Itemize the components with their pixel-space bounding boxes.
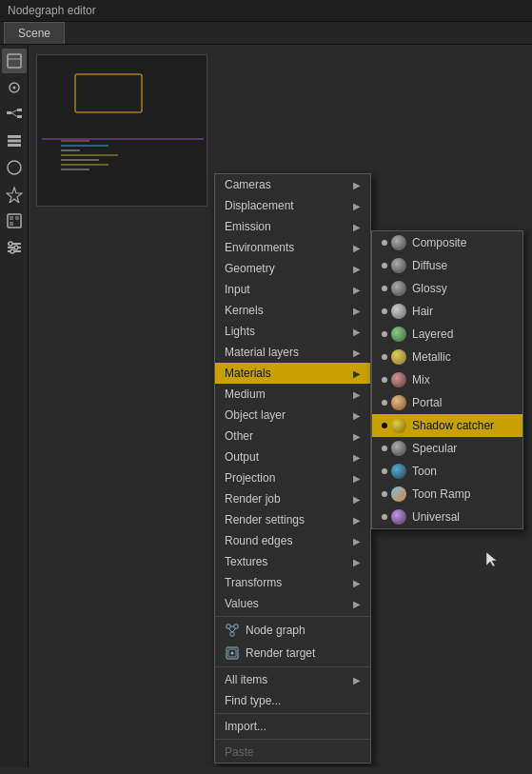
svg-line-39	[228, 628, 232, 632]
sphere-material-icon	[391, 349, 406, 365]
menu-item-emission[interactable]: Emission▶	[215, 216, 370, 237]
menu-item-import...[interactable]: Import...	[215, 716, 370, 737]
toolbar-sphere-icon[interactable]	[2, 155, 27, 180]
tab-scene[interactable]: Scene	[4, 22, 65, 44]
bullet-icon	[382, 354, 387, 360]
submenu-item-hair[interactable]: Hair	[372, 300, 522, 323]
menu-item-projection[interactable]: Projection▶	[215, 467, 370, 488]
submenu-arrow-icon: ▶	[353, 180, 361, 190]
menu-item-label: Node graph	[246, 624, 361, 637]
svg-point-23	[10, 249, 14, 253]
svg-point-3	[12, 87, 15, 89]
submenu-item-toon-ramp[interactable]: Toon Ramp	[372, 483, 522, 506]
node-thumbnail	[36, 54, 207, 207]
menu-item-render-settings[interactable]: Render settings▶	[215, 509, 370, 530]
svg-marker-13	[7, 188, 22, 203]
menu-item-values[interactable]: Values▶	[215, 593, 370, 614]
submenu-item-label: Diffuse	[412, 259, 447, 272]
submenu-item-label: Layered	[412, 327, 453, 341]
svg-rect-5	[17, 109, 22, 111]
menu-item-displacement[interactable]: Displacement▶	[215, 195, 370, 216]
menu-item-lights[interactable]: Lights▶	[215, 321, 370, 342]
svg-line-8	[11, 113, 17, 117]
svg-rect-17	[10, 222, 13, 226]
menu-item-label: Emission	[225, 220, 353, 233]
menu-item-label: Transforms	[225, 576, 353, 589]
svg-rect-34	[227, 625, 230, 628]
menu-item-paste[interactable]: Paste	[215, 742, 370, 763]
menu-item-render-target[interactable]: Render target	[215, 642, 370, 665]
toolbar-layers-icon[interactable]	[2, 129, 27, 153]
bullet-icon	[382, 308, 387, 314]
tab-bar: Scene	[0, 22, 532, 45]
submenu-arrow-icon: ▶	[353, 243, 361, 253]
menu-divider-29	[215, 739, 370, 740]
toolbar-light-icon[interactable]	[2, 182, 27, 207]
toolbar-render-icon[interactable]	[2, 208, 27, 233]
menu-item-find-type...[interactable]: Find type...	[215, 690, 370, 711]
toolbar-grid-icon[interactable]	[2, 75, 27, 100]
menu-divider-21	[215, 616, 370, 617]
menu-item-materials[interactable]: Materials▶	[215, 363, 370, 384]
menu-item-medium[interactable]: Medium▶	[215, 384, 370, 405]
menu-item-textures[interactable]: Textures▶	[215, 551, 370, 572]
submenu-item-mix[interactable]: Mix	[372, 368, 522, 391]
toolbar-settings-icon[interactable]	[2, 235, 27, 260]
sphere-material-icon	[391, 418, 406, 433]
submenu-item-portal[interactable]: Portal	[372, 391, 522, 414]
submenu-item-label: Portal	[412, 396, 442, 409]
submenu-item-metallic[interactable]: Metallic	[372, 346, 522, 368]
svg-rect-6	[17, 115, 22, 118]
menu-item-node-graph[interactable]: Node graph	[215, 619, 370, 642]
menu-item-round-edges[interactable]: Round edges▶	[215, 530, 370, 551]
svg-rect-36	[230, 632, 234, 636]
menu-item-all-items[interactable]: All items▶	[215, 669, 370, 690]
bullet-icon	[382, 400, 387, 406]
node-thumbnail-inner	[37, 55, 207, 206]
toolbar-scene-icon[interactable]	[2, 49, 27, 73]
menu-item-label: All items	[225, 673, 353, 686]
submenu-item-layered[interactable]: Layered	[372, 323, 522, 346]
menu-item-label: Other	[225, 429, 353, 443]
submenu-item-diffuse[interactable]: Diffuse	[372, 254, 522, 277]
bullet-icon	[382, 446, 387, 451]
menu-item-label: Projection	[225, 471, 353, 485]
menu-item-object-layer[interactable]: Object layer▶	[215, 405, 370, 426]
submenu-item-label: Metallic	[412, 350, 451, 364]
svg-rect-0	[8, 54, 21, 68]
menu-item-input[interactable]: Input▶	[215, 279, 370, 300]
menu-item-label: Round edges	[225, 534, 353, 547]
sphere-material-icon	[391, 258, 406, 273]
submenu-item-label: Hair	[412, 305, 433, 318]
menu-item-label: Output	[225, 450, 353, 464]
submenu-item-composite[interactable]: Composite	[372, 231, 522, 254]
menu-item-render-job[interactable]: Render job▶	[215, 488, 370, 509]
svg-line-38	[232, 628, 236, 632]
menu-item-label: Input	[225, 283, 353, 296]
bullet-icon	[382, 491, 387, 497]
menu-item-cameras[interactable]: Cameras▶	[215, 174, 370, 195]
title-text: Nodegraph editor	[8, 4, 96, 17]
submenu-item-shadow-catcher[interactable]: Shadow catcher	[372, 414, 522, 437]
menu-item-material-layers[interactable]: Material layers▶	[215, 342, 370, 363]
menu-item-output[interactable]: Output▶	[215, 447, 370, 467]
submenu-arrow-icon: ▶	[353, 494, 361, 505]
submenu-item-specular[interactable]: Specular	[372, 437, 522, 460]
menu-item-transforms[interactable]: Transforms▶	[215, 572, 370, 593]
svg-point-21	[9, 242, 12, 246]
menu-item-other[interactable]: Other▶	[215, 426, 370, 447]
submenu-arrow-icon: ▶	[353, 515, 361, 526]
svg-line-7	[11, 110, 17, 113]
submenu-arrow-icon: ▶	[353, 599, 361, 609]
submenu-arrow-icon: ▶	[353, 557, 361, 567]
svg-rect-10	[8, 140, 21, 143]
submenu-item-label: Shadow catcher	[412, 419, 494, 432]
submenu-item-universal[interactable]: Universal	[372, 506, 522, 528]
menu-item-kernels[interactable]: Kernels▶	[215, 300, 370, 321]
menu-item-environments[interactable]: Environments▶	[215, 237, 370, 258]
submenu-item-glossy[interactable]: Glossy	[372, 277, 522, 300]
toolbar-node-icon[interactable]	[2, 102, 27, 127]
menu-item-geometry[interactable]: Geometry▶	[215, 258, 370, 279]
menu-item-label: Render settings	[225, 513, 353, 526]
submenu-item-toon[interactable]: Toon	[372, 460, 522, 483]
